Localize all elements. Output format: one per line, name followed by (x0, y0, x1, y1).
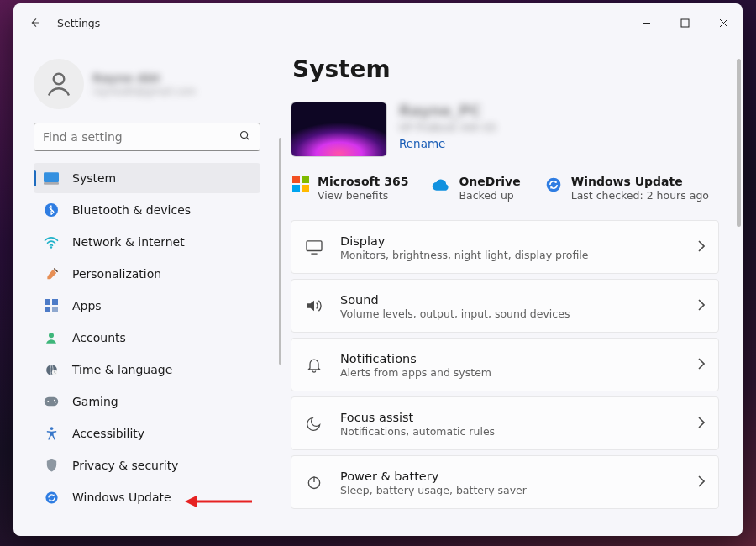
card-title: Sound (340, 292, 680, 307)
person-icon (45, 331, 58, 344)
account-text: Rayne Abt rayneabt@gmail.com (92, 71, 196, 97)
nav-item-personalization[interactable]: Personalization (34, 259, 260, 289)
apps-icon (45, 299, 58, 312)
chevron-right-icon (697, 417, 705, 431)
nav-item-system[interactable]: System (34, 163, 260, 193)
game-icon (44, 396, 59, 407)
nav-item-time-language[interactable]: Time & language (34, 354, 260, 385)
card-title: Focus assist (340, 410, 680, 425)
svg-point-19 (45, 491, 57, 503)
maximize-button[interactable] (665, 6, 704, 39)
nav-label: Network & internet (72, 235, 185, 249)
svg-point-2 (241, 132, 248, 139)
nav-item-network[interactable]: Network & internet (34, 227, 260, 257)
status-title: OneDrive (459, 174, 520, 189)
pc-model: HP ProBook 440 G5 (399, 120, 496, 135)
search-box[interactable] (34, 123, 260, 151)
globe-icon (45, 363, 59, 377)
app-name-label: Settings (57, 17, 100, 29)
status-subtitle: Last checked: 2 hours ago (571, 189, 709, 202)
page-title: System (292, 55, 719, 83)
nav-item-bluetooth[interactable]: Bluetooth & devices (34, 195, 260, 225)
card-subtitle: Monitors, brightness, night light, displ… (340, 249, 680, 261)
main-scrollbar[interactable] (737, 59, 741, 521)
nav-label: Windows Update (72, 491, 171, 504)
status-title: Windows Update (571, 174, 709, 189)
svg-rect-7 (45, 299, 50, 305)
power-icon (306, 474, 323, 491)
settings-cards: Display Monitors, brightness, night ligh… (291, 220, 719, 509)
brush-icon (45, 267, 59, 281)
svg-rect-9 (45, 307, 50, 312)
moon-icon (306, 415, 323, 432)
nav-item-apps[interactable]: Apps (34, 291, 260, 321)
account-block[interactable]: Rayne Abt rayneabt@gmail.com (34, 42, 260, 123)
status-microsoft365[interactable]: Microsoft 365 View benefits (292, 174, 408, 202)
minimize-button[interactable] (627, 6, 665, 39)
nav-label: Privacy & security (72, 459, 178, 472)
card-focus-assist[interactable]: Focus assist Notifications, automatic ru… (291, 396, 719, 450)
cloud-icon (432, 179, 450, 192)
svg-rect-10 (52, 307, 58, 312)
accessibility-icon (45, 427, 58, 441)
status-subtitle: View benefits (318, 189, 408, 202)
bell-icon (306, 356, 323, 373)
settings-window: Settings Rayne Abt rayneabt@gmail.com (13, 3, 743, 536)
svg-rect-3 (44, 172, 59, 182)
status-title: Microsoft 365 (318, 174, 408, 189)
svg-rect-4 (44, 182, 59, 185)
pc-name: Rayne_PC (399, 102, 496, 120)
main-scroll-thumb[interactable] (737, 59, 741, 227)
back-arrow-icon (28, 16, 41, 29)
wifi-icon (44, 236, 59, 249)
back-button[interactable] (25, 13, 44, 32)
svg-point-18 (50, 427, 53, 430)
nav-item-accounts[interactable]: Accounts (34, 323, 260, 353)
card-power-battery[interactable]: Power & battery Sleep, battery usage, ba… (291, 455, 719, 509)
card-subtitle: Sleep, battery usage, battery saver (340, 484, 680, 496)
card-subtitle: Alerts from apps and system (340, 366, 680, 379)
svg-rect-21 (307, 241, 322, 251)
svg-point-15 (47, 401, 49, 402)
svg-point-20 (546, 178, 560, 192)
chevron-right-icon (697, 240, 705, 255)
nav-label: Personalization (72, 267, 161, 281)
shield-icon (45, 459, 58, 473)
account-email: rayneabt@gmail.com (92, 86, 196, 97)
status-row: Microsoft 365 View benefits OneDrive Bac… (291, 174, 719, 202)
rename-link[interactable]: Rename (399, 137, 496, 150)
update-icon (45, 491, 59, 505)
card-display[interactable]: Display Monitors, brightness, night ligh… (291, 220, 719, 274)
card-notifications[interactable]: Notifications Alerts from apps and syste… (291, 338, 719, 391)
card-sound[interactable]: Sound Volume levels, output, input, soun… (291, 279, 719, 333)
nav-label: Accounts (72, 331, 126, 344)
card-subtitle: Volume levels, output, input, sound devi… (340, 307, 680, 320)
status-windows-update[interactable]: Windows Update Last checked: 2 hours ago (544, 174, 709, 202)
nav-label: Bluetooth & devices (72, 203, 191, 217)
search-input[interactable] (43, 130, 239, 144)
system-icon (44, 172, 59, 185)
nav-list: System Bluetooth & devices Network & int… (34, 163, 260, 512)
nav-item-privacy[interactable]: Privacy & security (34, 450, 260, 480)
svg-point-17 (55, 402, 56, 403)
chevron-right-icon (697, 475, 705, 490)
nav-item-accessibility[interactable]: Accessibility (34, 418, 260, 449)
sound-icon (305, 298, 323, 313)
avatar (34, 59, 84, 109)
card-subtitle: Notifications, automatic rules (340, 425, 680, 438)
nav-label: Time & language (72, 363, 172, 376)
microsoft-logo-icon (292, 176, 309, 192)
status-onedrive[interactable]: OneDrive Backed up (432, 174, 520, 202)
svg-point-1 (54, 74, 65, 85)
status-subtitle: Backed up (459, 189, 520, 202)
svg-point-11 (49, 333, 54, 338)
main-panel: System Rayne_PC HP ProBook 440 G5 Rename… (274, 42, 743, 536)
search-icon (239, 129, 251, 144)
body: Rayne Abt rayneabt@gmail.com System Blue… (13, 42, 743, 536)
svg-point-6 (50, 246, 52, 248)
svg-rect-0 (681, 19, 689, 27)
nav-item-gaming[interactable]: Gaming (34, 386, 260, 417)
close-button[interactable] (704, 6, 743, 39)
window-controls (627, 6, 743, 39)
nav-item-windows-update[interactable]: Windows Update (34, 482, 260, 512)
